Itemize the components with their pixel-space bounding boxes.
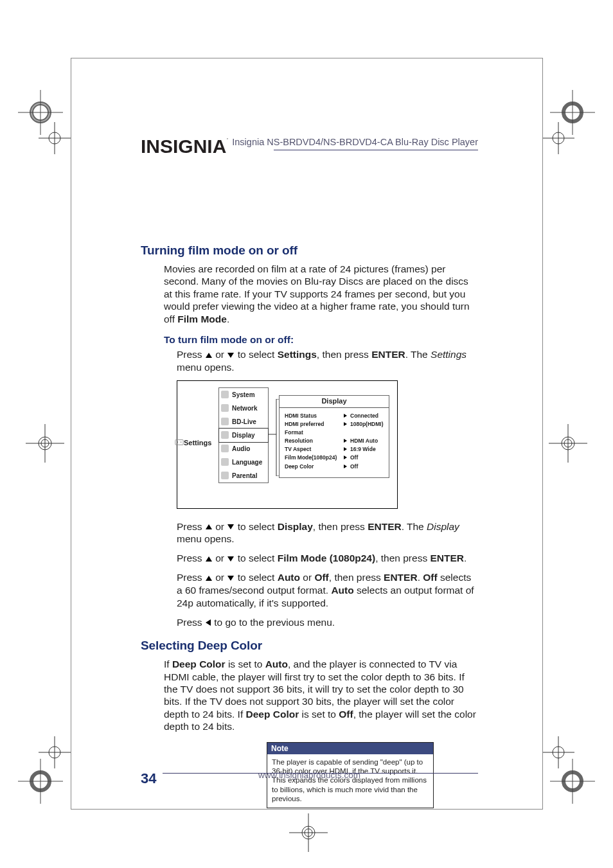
up-arrow-icon [206,556,212,562]
crop-mark-icon [39,736,71,768]
display-panel-title: Display [280,396,389,408]
product-name: Insignia NS-BRDVD4/NS-BRDVD4-CA Blu-Ray … [228,137,478,147]
panel-row: TV Aspect16:9 Wide [285,445,385,454]
down-arrow-icon [227,524,234,529]
menu-item-audio: Audio [219,442,268,456]
procedure-heading: To turn film mode on or off: [164,334,478,346]
audio-icon [221,445,229,452]
deep-color-body: If Deep Color is set to Auto, and the pl… [164,658,478,732]
step-1: Press or to select Settings, then press … [177,348,478,374]
step-2: Press or to select Display, then press E… [177,520,478,546]
panel-row: ResolutionHDMI Auto [285,437,385,445]
panel-row: HDMI StatusConnected [285,412,385,420]
parental-icon [221,472,229,479]
display-icon [221,431,229,439]
svg-point-39 [181,441,182,443]
crop-mark-icon [542,736,574,768]
up-arrow-icon [206,524,212,529]
panel-row: Deep ColorOff [285,463,385,471]
panel-row: HDMI preferred Format1080p(HDMI) [285,420,385,437]
menu-item-bdlive: BD-Live [219,415,268,429]
svg-rect-37 [175,439,183,445]
crop-mark-icon [542,122,574,154]
page-footer: www.insigniaproducts.com 34 [141,773,478,788]
crop-mark-icon [26,424,64,463]
up-arrow-icon [206,576,212,581]
network-icon [221,404,229,412]
language-icon [221,458,229,466]
page-content-frame: INSIGNIA™ Insignia NS-BRDVD4/NS-BRDVD4-C… [71,58,543,810]
callout-line [269,399,279,476]
menu-item-system: System [219,388,268,402]
down-arrow-icon [227,576,234,581]
menu-item-display: Display [218,428,269,443]
panel-row: Film Mode(1080p24)Off [285,454,385,462]
svg-point-38 [177,441,179,443]
step-3: Press or to select Film Mode (1080p24), … [177,552,478,565]
settings-icon [175,438,184,447]
bdlive-icon [221,418,229,425]
down-arrow-icon [227,556,234,562]
menu-item-network: Network [219,402,268,415]
step-5: Press to go to the previous menu. [177,616,478,629]
page-number: 34 [141,770,163,787]
crop-mark-icon [549,424,587,463]
section-title-deep-color: Selecting Deep Color [141,639,478,653]
section-title-film-mode: Turning film mode on or off [141,244,478,258]
crop-mark-icon [39,122,71,154]
settings-root-label: Settings [184,439,211,447]
display-panel: Display HDMI StatusConnected HDMI prefer… [279,395,389,478]
system-icon [221,391,229,398]
menu-item-language: Language [219,456,268,469]
menu-item-parental: Parental [219,469,268,483]
footer-url: www.insigniaproducts.com [141,770,478,780]
left-arrow-icon [206,619,211,626]
header-rule [274,150,478,150]
step-4: Press or to select Auto or Off, then pre… [177,571,478,609]
down-arrow-icon [227,353,234,358]
up-arrow-icon [206,353,212,358]
settings-menu: System Network BD-Live Display Audio Lan… [218,387,269,483]
note-title: Note [267,743,433,754]
brand-logo: INSIGNIA™ [141,136,230,157]
film-mode-intro: Movies are recorded on film at a rate of… [164,263,478,325]
settings-screenshot-figure: Settings System Network BD-Live Display … [177,380,398,509]
